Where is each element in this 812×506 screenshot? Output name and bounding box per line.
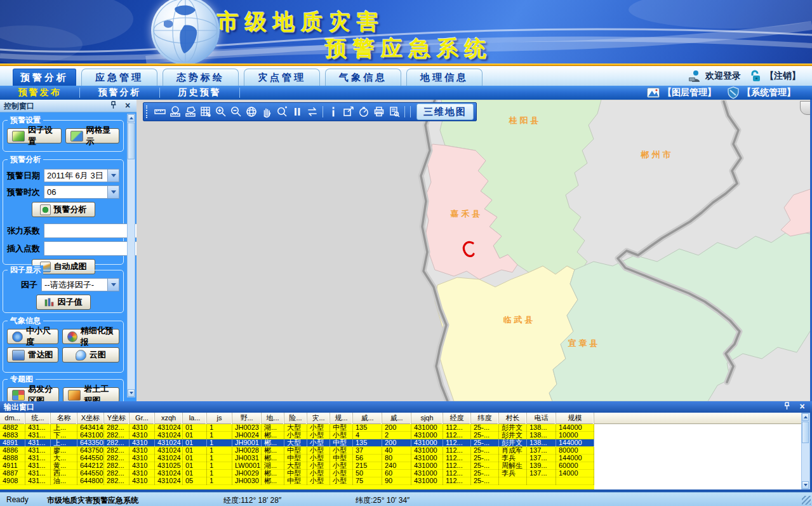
system-manager[interactable]: 【系统管理】 <box>728 86 795 99</box>
table-row[interactable]: 4882431...上...643414282...4310431024011J… <box>0 424 594 432</box>
column-header[interactable]: 灾... <box>307 413 330 424</box>
column-header[interactable]: 村长 <box>499 413 527 424</box>
measure-distance-icon[interactable] <box>153 105 167 119</box>
chevron-down-icon[interactable] <box>107 279 119 291</box>
panel-scrollbar[interactable] <box>127 114 135 397</box>
warning-date-select[interactable]: 2011年 6月 3日 <box>44 169 119 182</box>
tab-warning-analysis[interactable]: 预警分析 <box>13 69 76 86</box>
scroll-up-icon[interactable] <box>802 413 809 421</box>
pin-icon[interactable] <box>783 402 793 411</box>
column-header[interactable]: Y坐标 <box>104 413 130 424</box>
table-row[interactable]: 4911431...黄...644212282...4310431025011L… <box>0 462 594 470</box>
grid-layers-icon[interactable] <box>199 105 213 119</box>
map-label-yizhang: 宜章县 <box>568 338 601 349</box>
gauge-icon[interactable] <box>357 105 371 119</box>
zoom-window-icon[interactable] <box>275 105 289 119</box>
table-row[interactable]: 4886431...廖...643750282...4310431024011J… <box>0 447 594 455</box>
welcome-login[interactable]: 欢迎登录 <box>688 70 741 83</box>
table-cell: 彭井文 <box>499 432 527 439</box>
tab-disaster-points[interactable]: 灾点管理 <box>244 69 320 86</box>
zoom-in-icon[interactable] <box>214 105 228 119</box>
map-canvas[interactable]: 桂阳县 郴州市 嘉禾县 临武县 宜章县 三维地图 <box>136 100 812 401</box>
subtab-warning-publish[interactable]: 预警发布 <box>0 87 79 98</box>
column-header[interactable]: 威... <box>353 413 382 424</box>
print-icon[interactable] <box>372 105 386 119</box>
tab-weather-info[interactable]: 气象信息 <box>325 69 401 86</box>
warning-analyze-button[interactable]: 预警分析 <box>32 202 95 217</box>
column-header[interactable]: js <box>207 413 232 424</box>
scrollbar-thumb[interactable] <box>802 422 809 443</box>
column-header[interactable]: 经度 <box>443 413 471 424</box>
table-scrollbar[interactable] <box>801 413 810 489</box>
resize-grip[interactable] <box>802 496 811 505</box>
measure-circle-icon[interactable] <box>168 105 182 119</box>
table-row-partial[interactable] <box>0 485 594 489</box>
column-header[interactable]: 险... <box>284 413 307 424</box>
table-cell: 4908 <box>0 477 25 485</box>
tab-situation-plotting[interactable]: 态势标绘 <box>163 69 239 86</box>
column-header[interactable]: 威... <box>382 413 411 424</box>
table-cell: 40 <box>382 447 411 455</box>
column-header[interactable]: dm... <box>0 413 25 424</box>
radar-map-button[interactable]: 雷达图 <box>7 347 58 363</box>
grid-display-button[interactable]: 网格显示 <box>65 128 120 143</box>
export-icon[interactable] <box>342 105 356 119</box>
tab-emergency-management[interactable]: 应急管理 <box>81 69 157 86</box>
column-header[interactable]: 规... <box>330 413 353 424</box>
zoom-out-icon[interactable] <box>229 105 243 119</box>
fine-forecast-button[interactable]: 精细化预报 <box>62 329 119 344</box>
cloud-map-button[interactable]: 云图 <box>62 347 119 363</box>
print-preview-icon[interactable] <box>387 105 401 119</box>
geotech-map-button[interactable]: 岩土工程图 <box>63 387 119 403</box>
layer-manager[interactable]: 【图层管理】 <box>647 87 716 98</box>
subtab-history-warning[interactable]: 历史预警 <box>160 87 239 98</box>
column-header[interactable]: 地... <box>262 413 284 424</box>
table-row[interactable]: 4888431...大...644550282...4310431024011J… <box>0 455 594 462</box>
toolbar-grip[interactable] <box>146 105 150 118</box>
table-row[interactable]: 4891431...上...643350282...4310431024011J… <box>0 439 594 447</box>
column-header[interactable]: 纬度 <box>471 413 499 424</box>
column-header[interactable]: 电话 <box>527 413 556 424</box>
identify-info-icon[interactable] <box>326 105 340 119</box>
factor-value-button[interactable]: 因子值 <box>36 295 91 310</box>
column-header[interactable]: la... <box>183 413 207 424</box>
column-header[interactable]: sjqh <box>411 413 443 424</box>
scroll-up-icon[interactable] <box>128 114 135 122</box>
logout[interactable]: 【注销】 <box>750 70 801 83</box>
table-cell: 中型 <box>330 424 353 432</box>
table-row[interactable]: 4887431...西...644550282...4310431024011J… <box>0 470 594 477</box>
table-row[interactable]: 4908431...油...644800282...4310431024051J… <box>0 477 594 485</box>
factor-settings-button[interactable]: 因子设置 <box>7 128 62 143</box>
table-cell: JH0029 <box>232 470 262 477</box>
pause-icon[interactable] <box>290 105 304 119</box>
chevron-down-icon[interactable] <box>107 186 119 198</box>
column-header[interactable]: 名称 <box>51 413 77 424</box>
column-header[interactable]: 统... <box>25 413 51 424</box>
table-cell: 郴... <box>262 439 284 447</box>
warning-time-select[interactable]: 06 <box>44 185 119 199</box>
close-icon[interactable]: × <box>123 101 133 111</box>
close-icon[interactable]: × <box>797 402 807 411</box>
scroll-down-icon[interactable] <box>802 481 809 489</box>
scrollbar-thumb[interactable] <box>128 123 135 159</box>
pan-hand-icon[interactable] <box>260 105 274 119</box>
column-header[interactable]: xzqh <box>155 413 183 424</box>
subtab-warning-analysis[interactable]: 预警分析 <box>80 87 159 98</box>
measure-polygon-icon[interactable] <box>183 105 197 119</box>
full-extent-globe-icon[interactable] <box>244 105 258 119</box>
zoning-map-button[interactable]: 易发分区图 <box>7 387 59 403</box>
column-header[interactable]: 规模 <box>556 413 594 424</box>
column-header[interactable]: Gr... <box>130 413 155 424</box>
overview-map-toggle[interactable] <box>800 101 811 115</box>
refresh-swap-icon[interactable] <box>305 105 319 119</box>
scroll-down-icon[interactable] <box>128 389 135 397</box>
factor-select[interactable]: --请选择因子- <box>41 278 119 291</box>
chevron-down-icon[interactable] <box>107 170 119 182</box>
column-header[interactable]: X坐标 <box>77 413 104 424</box>
pin-icon[interactable] <box>110 101 120 111</box>
table-row[interactable]: 4883431...下...643100282...4310431024011J… <box>0 432 594 439</box>
column-header[interactable]: 野... <box>232 413 262 424</box>
map-3d-button[interactable]: 三维地图 <box>416 103 474 120</box>
meso-scale-button[interactable]: 中小尺度 <box>7 329 58 344</box>
tab-geo-info[interactable]: 地理信息 <box>406 69 483 86</box>
